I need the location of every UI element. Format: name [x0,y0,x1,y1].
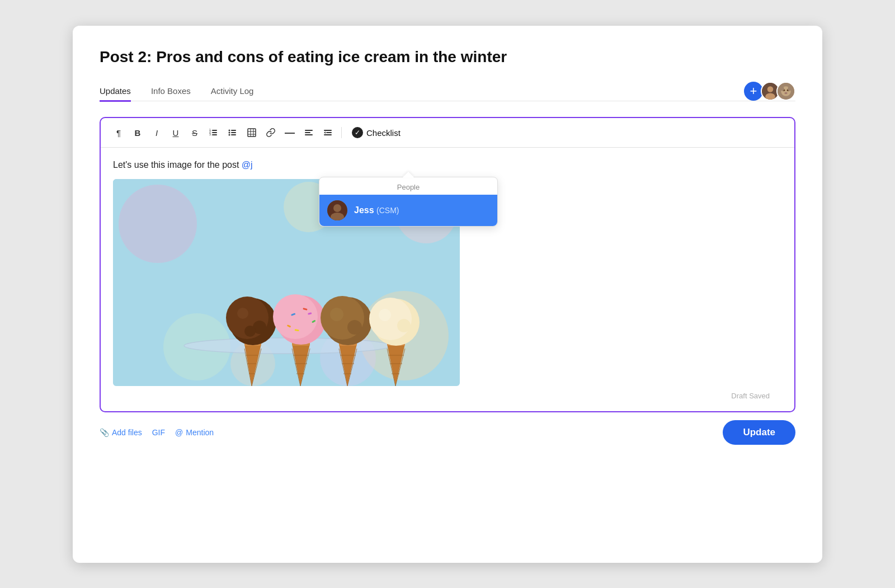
toolbar-checklist-button[interactable]: ✓ Checklist [347,125,405,140]
editor-container: ¶ B I U S 1.2.3. — [100,117,795,412]
avatars-group: + [744,82,795,101]
tab-updates[interactable]: Updates [100,82,131,102]
toolbar-indent[interactable] [320,125,336,140]
svg-rect-22 [248,129,256,137]
editor-footer: 📎 Add files GIF @ Mention Update [100,420,795,445]
svg-point-92 [379,309,391,321]
main-window: Post 2: Pros and cons of eating ice crea… [73,26,822,563]
svg-rect-10 [212,130,217,131]
add-files-button[interactable]: 📎 Add files [100,428,142,437]
toolbar-bold[interactable]: B [130,125,145,140]
svg-rect-27 [305,130,313,131]
mention-role: (CSM) [376,206,399,215]
svg-rect-30 [324,130,332,131]
svg-point-54 [237,308,248,319]
svg-point-91 [369,298,412,340]
mention-dropdown-header: People [319,177,497,195]
editor-content[interactable]: Let's use this image for the post @j [113,160,782,170]
mention-item-info: Jess (CSM) [354,205,399,215]
tabs-row: Updates Info Boxes Activity Log + [100,82,795,102]
mention-label: Mention [186,428,214,437]
gif-button[interactable]: GIF [152,428,165,437]
svg-point-20 [229,132,230,134]
add-files-label: Add files [112,428,142,437]
svg-rect-16 [231,130,236,131]
toolbar-italic[interactable]: I [149,125,164,140]
toolbar-strikethrough[interactable]: S [187,125,202,140]
svg-rect-18 [231,134,236,135]
svg-point-56 [244,326,256,337]
toolbar: ¶ B I U S 1.2.3. — [101,118,794,148]
toolbar-table[interactable] [244,125,260,140]
gif-label: GIF [152,428,165,437]
checklist-icon: ✓ [352,127,363,138]
svg-rect-17 [231,132,236,133]
editor-body[interactable]: Let's use this image for the post @j Peo… [101,148,794,411]
toolbar-unordered-list[interactable] [225,125,241,140]
update-button[interactable]: Update [723,420,795,445]
svg-point-1 [767,86,774,92]
avatar-dog [776,82,795,101]
footer-actions: 📎 Add files GIF @ Mention [100,428,214,437]
mention-button[interactable]: @ Mention [175,428,214,437]
svg-rect-12 [212,134,217,135]
page-title: Post 2: Pros and cons of eating ice crea… [100,48,795,66]
toolbar-link[interactable] [263,125,279,140]
content-prefix: Let's use this image for the post [113,160,242,170]
paperclip-icon: 📎 [100,428,109,437]
mention-text: @j [242,160,253,170]
checklist-label: Checklist [366,128,401,138]
toolbar-align[interactable] [301,125,317,140]
mention-avatar-jess [327,200,347,220]
toolbar-hr[interactable]: — [282,125,298,140]
draft-status: Draft Saved [113,386,782,406]
svg-point-37 [119,185,197,263]
svg-rect-28 [305,132,310,133]
svg-point-82 [347,320,362,335]
mention-dropdown: People Jess (CSM) [319,177,498,227]
mention-item-jess[interactable]: Jess (CSM) [319,195,497,226]
svg-point-65 [273,294,318,339]
tab-info-boxes[interactable]: Info Boxes [151,82,191,102]
mention-name: Jess [354,205,374,215]
svg-text:3.: 3. [209,133,211,136]
svg-rect-31 [326,132,332,133]
svg-rect-29 [305,134,313,135]
toolbar-paragraph[interactable]: ¶ [111,125,126,140]
add-collaborator-button[interactable]: + [744,82,763,101]
svg-point-81 [330,308,343,321]
toolbar-ordered-list[interactable]: 1.2.3. [206,125,222,140]
svg-point-2 [765,93,775,100]
svg-rect-11 [212,132,217,133]
svg-point-21 [229,134,230,136]
svg-rect-32 [324,134,332,135]
svg-point-7 [784,92,787,94]
tab-activity-log[interactable]: Activity Log [211,82,254,102]
at-icon: @ [175,428,183,437]
svg-point-34 [333,204,341,212]
svg-point-93 [397,319,411,332]
toolbar-divider [341,127,342,138]
toolbar-underline[interactable]: U [168,125,183,140]
svg-point-19 [229,130,230,131]
